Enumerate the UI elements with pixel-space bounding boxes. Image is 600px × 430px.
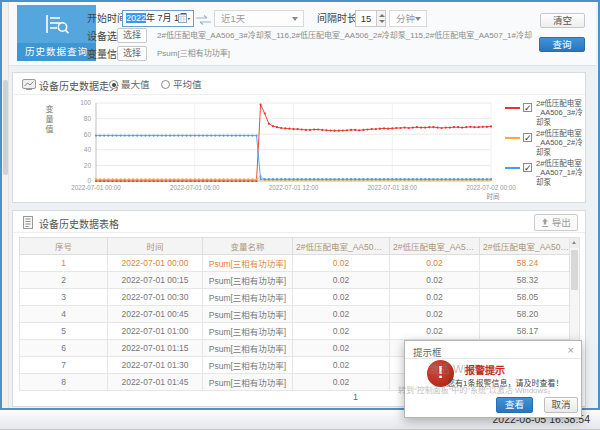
calendar-icon[interactable] bbox=[178, 13, 191, 30]
table-cell: Psum[三相有功功率] bbox=[203, 306, 293, 323]
table-cell: 58.24 bbox=[480, 255, 576, 272]
chart-panel-header: 设备历史数据走势 最大值 平均值 bbox=[13, 73, 585, 95]
module-title: 历史数据查询 bbox=[17, 43, 96, 61]
start-date-input[interactable]: 2022年 7月 1日 bbox=[122, 10, 194, 27]
table-title: 设备历史数据表格 bbox=[39, 216, 119, 231]
table-cell: 58.17 bbox=[480, 323, 576, 340]
table-cell: 7 bbox=[20, 357, 108, 374]
alert-dialog: 提示框 × ! 报警提示 您有1条报警信息，请及时查看！ 查看 取消 bbox=[404, 340, 582, 418]
col-time: 时间 bbox=[108, 238, 203, 255]
export-button[interactable]: 导出 bbox=[534, 214, 578, 231]
chevron-down-icon bbox=[415, 17, 421, 21]
table-cell: 2 bbox=[20, 272, 108, 289]
svg-text:2022-07-01 00:00: 2022-07-01 00:00 bbox=[71, 184, 121, 191]
col-device-2: 2#低压配电室_AA506_2#冷却泵_115 bbox=[390, 238, 480, 255]
radio-max[interactable]: 最大值 bbox=[109, 79, 150, 91]
table-cell: 2022-07-01 01:00 bbox=[108, 323, 203, 340]
close-icon[interactable]: × bbox=[568, 343, 574, 357]
table-cell: 58.32 bbox=[480, 272, 576, 289]
table-cell: 2022-07-01 00:00 bbox=[108, 255, 203, 272]
table-panel-header: 设备历史数据表格 导出 bbox=[13, 211, 585, 233]
legend-item: ✓2#低压配电室_AA506_3#冷却泵 bbox=[505, 99, 585, 129]
clear-button[interactable]: 清空 bbox=[540, 13, 585, 28]
table-row[interactable]: 12022-07-01 00:00Psum[三相有功功率]0.020.0258.… bbox=[20, 255, 576, 272]
device-value-text: 2#低压配电室_AA506_3#冷却泵_116,2#低压配电室_AA506_2#… bbox=[157, 30, 532, 42]
table-cell: 0.02 bbox=[293, 306, 390, 323]
table-cell: Psum[三相有功功率] bbox=[203, 340, 293, 357]
interval-unit-dropdown[interactable]: 分钟 bbox=[389, 10, 427, 27]
table-cell: Psum[三相有功功率] bbox=[203, 323, 293, 340]
radio-max-label: 最大值 bbox=[121, 79, 150, 90]
scroll-up-icon[interactable] bbox=[570, 238, 579, 248]
page-number[interactable]: 1 bbox=[353, 392, 358, 402]
table-row[interactable]: 22022-07-01 00:15Psum[三相有功功率]0.020.0258.… bbox=[20, 272, 576, 289]
table-cell: 4 bbox=[20, 306, 108, 323]
table-cell: 6 bbox=[20, 340, 108, 357]
table-cell: Psum[三相有功功率] bbox=[203, 272, 293, 289]
table-cell: 2022-07-01 00:45 bbox=[108, 306, 203, 323]
query-button[interactable]: 查询 bbox=[539, 37, 585, 52]
query-toolbar: 历史数据查询 开始时间: 2022年 7月 1日 bbox=[9, 2, 596, 66]
col-variable: 变量名称 bbox=[203, 238, 293, 255]
module-banner: 历史数据查询 bbox=[17, 5, 96, 61]
trend-chart: 2022-07-01 00:002022-07-01 06:002022-07-… bbox=[49, 95, 501, 201]
legend-item: ✓2#低压配电室_AA506_2#冷却泵 bbox=[505, 129, 585, 159]
svg-text:80: 80 bbox=[84, 115, 92, 122]
swap-arrows-icon[interactable] bbox=[195, 12, 212, 30]
variable-select-button[interactable]: 选择 bbox=[117, 46, 147, 61]
interval-stepper[interactable] bbox=[377, 10, 386, 27]
table-cell: 0.02 bbox=[390, 323, 480, 340]
legend-label: 2#低压配电室_AA506_3#冷却泵 bbox=[536, 99, 585, 127]
date-year-selected: 2022 bbox=[126, 13, 146, 23]
table-row[interactable]: 32022-07-01 00:30Psum[三相有功功率]0.020.0258.… bbox=[20, 289, 576, 306]
legend-line-swatch bbox=[505, 137, 520, 139]
left-scrollbar[interactable] bbox=[2, 2, 9, 408]
table-cell: 8 bbox=[20, 374, 108, 391]
legend-label: 2#低压配电室_AA506_2#冷却泵 bbox=[536, 129, 585, 157]
col-seq: 序号 bbox=[20, 238, 108, 255]
trend-chart-panel: 设备历史数据走势 最大值 平均值 变量值 2022-07-01 00:00202… bbox=[12, 72, 586, 203]
table-cell: Psum[三相有功功率] bbox=[203, 357, 293, 374]
chart-legend: ✓2#低压配电室_AA506_3#冷却泵✓2#低压配电室_AA506_2#冷却泵… bbox=[505, 99, 585, 189]
dialog-title: 提示框 bbox=[413, 345, 442, 359]
table-cell: 0.02 bbox=[293, 272, 390, 289]
data-table-icon bbox=[22, 215, 34, 233]
table-cell: 0.02 bbox=[390, 306, 480, 323]
left-scrollbar-thumb[interactable] bbox=[3, 80, 8, 175]
chart-title: 设备历史数据走势 bbox=[39, 78, 119, 93]
table-scrollbar-thumb[interactable] bbox=[571, 250, 578, 290]
table-cell: 2022-07-01 01:30 bbox=[108, 357, 203, 374]
radio-avg[interactable]: 平均值 bbox=[161, 79, 202, 91]
time-range-dropdown[interactable]: 近1天 bbox=[214, 10, 304, 27]
device-select-button[interactable]: 选择 bbox=[117, 28, 147, 43]
table-cell: 2022-07-01 00:30 bbox=[108, 289, 203, 306]
table-cell: 58.20 bbox=[480, 306, 576, 323]
legend-checkbox-checked[interactable]: ✓ bbox=[523, 133, 532, 142]
col-device-3: 2#低压配电室_AA507_1#冷却泵_117 bbox=[480, 238, 576, 255]
svg-text:20: 20 bbox=[84, 162, 92, 169]
table-row[interactable]: 52022-07-01 01:00Psum[三相有功功率]0.020.0258.… bbox=[20, 323, 576, 340]
screen: 历史数据查询 开始时间: 2022年 7月 1日 bbox=[0, 0, 600, 430]
legend-label: 2#低压配电室_AA507_1#冷却泵 bbox=[536, 159, 585, 187]
table-cell: Psum[三相有功功率] bbox=[203, 374, 293, 391]
legend-line-swatch bbox=[505, 167, 520, 169]
interval-label: 间隔时长: bbox=[317, 11, 360, 27]
view-button[interactable]: 查看 bbox=[496, 397, 533, 413]
radio-unselected-icon bbox=[161, 80, 170, 89]
legend-checkbox-checked[interactable]: ✓ bbox=[523, 163, 532, 172]
cancel-button[interactable]: 取消 bbox=[544, 397, 578, 413]
table-cell: 2022-07-01 01:15 bbox=[108, 340, 203, 357]
table-cell: Psum[三相有功功率] bbox=[203, 289, 293, 306]
legend-checkbox-checked[interactable]: ✓ bbox=[523, 103, 532, 112]
table-cell: 0.02 bbox=[390, 255, 480, 272]
table-row[interactable]: 42022-07-01 00:45Psum[三相有功功率]0.020.0258.… bbox=[20, 306, 576, 323]
windows-watermark-line2: 转到“控制面板”中的“系统”以激活 Windows。 bbox=[398, 384, 555, 395]
table-cell: 0.02 bbox=[293, 289, 390, 306]
svg-text:0: 0 bbox=[87, 177, 91, 184]
windows-watermark-line1: 激活 Windows bbox=[428, 360, 498, 376]
table-cell: 1 bbox=[20, 255, 108, 272]
interval-input[interactable]: 15 bbox=[355, 10, 377, 27]
stepper-up-icon[interactable] bbox=[379, 14, 385, 17]
interval-unit-value: 分钟 bbox=[396, 13, 415, 24]
stepper-down-icon[interactable] bbox=[379, 20, 385, 23]
